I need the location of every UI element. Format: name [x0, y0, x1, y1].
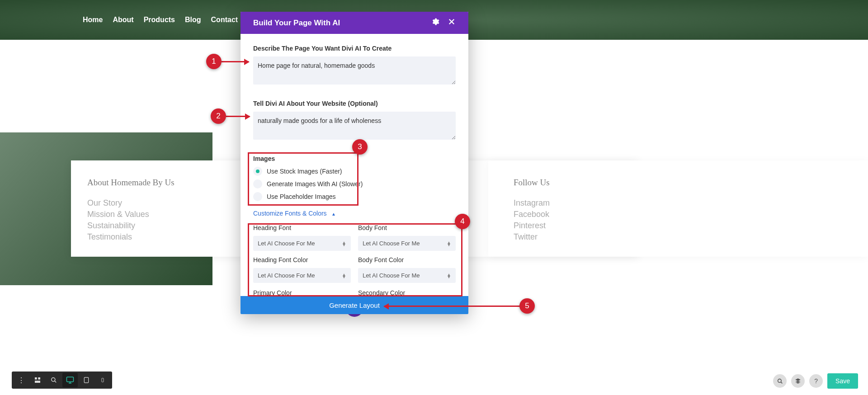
body-font-color-label: Body Font Color: [358, 256, 456, 263]
svg-rect-15: [102, 378, 104, 382]
body-font-label: Body Font: [358, 224, 456, 231]
tell-textarea[interactable]: [253, 112, 456, 140]
select-arrows-icon: ▲▼: [342, 273, 346, 278]
save-button[interactable]: Save: [827, 373, 858, 389]
bottom-right-toolbar: ? Save: [773, 373, 858, 389]
select-arrows-icon: ▲▼: [342, 241, 346, 246]
phone-view-icon[interactable]: [95, 373, 110, 387]
svg-point-16: [778, 379, 781, 382]
body-font-color-select[interactable]: Let AI Choose For Me ▲▼: [358, 268, 456, 283]
annotation-arrow: [384, 306, 520, 307]
divi-bottom-toolbar: ⋮: [12, 371, 112, 389]
describe-textarea[interactable]: [253, 56, 456, 85]
nav-products[interactable]: Products: [144, 16, 175, 24]
nav-about[interactable]: About: [113, 16, 133, 24]
annotation-badge-4: 4: [455, 214, 470, 229]
footer-about-col: About Homemade By Us Our Story Mission &…: [87, 178, 175, 240]
radio-ai-images[interactable]: [253, 179, 262, 188]
customize-fonts-colors-toggle[interactable]: Customize Fonts & Colors: [253, 210, 327, 217]
svg-rect-8: [35, 381, 40, 383]
footer-follow-card: Follow Us Instagram Facebook Pinterest T…: [488, 160, 868, 257]
radio-stock-images[interactable]: [253, 167, 262, 176]
chevron-up-icon: ▲: [331, 212, 336, 216]
annotation-badge-2: 2: [211, 108, 226, 124]
primary-color-label: Primary Color: [253, 289, 351, 296]
radio-label: Use Stock Images (Faster): [267, 168, 342, 175]
svg-line-10: [55, 381, 57, 383]
footer-link[interactable]: Mission & Values: [87, 210, 175, 219]
generate-layout-button[interactable]: Generate Layout: [241, 296, 468, 314]
layers-button-icon[interactable]: [791, 374, 805, 388]
annotation-arrow: [226, 116, 250, 117]
radio-label: Generate Images With AI (Slower): [267, 180, 363, 188]
nav-home[interactable]: Home: [83, 16, 103, 24]
footer-link[interactable]: Twitter: [514, 232, 843, 242]
heading-font-color-label: Heading Font Color: [253, 256, 351, 263]
heading-font-color-select[interactable]: Let AI Choose For Me ▲▼: [253, 268, 351, 283]
tell-label: Tell Divi AI About Your Website (Optiona…: [253, 100, 456, 107]
describe-label: Describe The Page You Want Divi AI To Cr…: [253, 45, 456, 52]
gear-icon[interactable]: [431, 18, 439, 28]
radio-label: Use Placeholder Images: [267, 193, 336, 200]
footer-link[interactable]: Facebook: [514, 210, 843, 219]
modal-body: Describe The Page You Want Divi AI To Cr…: [241, 34, 468, 296]
zoom-icon[interactable]: [46, 373, 61, 387]
footer-link[interactable]: Instagram: [514, 198, 843, 208]
close-icon[interactable]: [448, 18, 456, 28]
svg-rect-14: [84, 377, 88, 383]
modal-header: Build Your Page With AI: [241, 12, 468, 34]
annotation-arrow: [222, 61, 249, 62]
svg-line-17: [781, 382, 782, 383]
search-button-icon[interactable]: [773, 374, 787, 388]
heading-font-label: Heading Font: [253, 224, 351, 231]
annotation-badge-1: 1: [206, 54, 222, 69]
body-font-select[interactable]: Let AI Choose For Me ▲▼: [358, 236, 456, 251]
radio-placeholder-images[interactable]: [253, 192, 262, 201]
ai-build-modal: Build Your Page With AI Describe The Pag…: [241, 12, 468, 314]
select-arrows-icon: ▲▼: [447, 241, 451, 246]
nav-contact[interactable]: Contact: [211, 16, 238, 24]
nav-blog[interactable]: Blog: [185, 16, 201, 24]
footer-link[interactable]: Sustainability: [87, 221, 175, 230]
tablet-view-icon[interactable]: [79, 373, 94, 387]
secondary-color-label: Secondary Color: [358, 289, 456, 296]
footer-follow-heading: Follow Us: [514, 178, 843, 188]
svg-point-9: [52, 378, 55, 381]
images-label: Images: [253, 155, 456, 162]
svg-rect-11: [67, 377, 74, 382]
footer-link[interactable]: Our Story: [87, 198, 175, 208]
annotation-badge-3: 3: [352, 139, 368, 155]
wireframe-view-icon[interactable]: [30, 373, 45, 387]
desktop-view-icon[interactable]: [62, 373, 78, 387]
svg-rect-6: [35, 377, 37, 380]
modal-title: Build Your Page With AI: [253, 19, 340, 28]
footer-about-heading: About Homemade By Us: [87, 178, 175, 188]
menu-icon[interactable]: ⋮: [14, 373, 29, 387]
annotation-badge-5: 5: [519, 298, 535, 314]
help-button-icon[interactable]: ?: [809, 374, 823, 388]
select-arrows-icon: ▲▼: [447, 273, 451, 278]
heading-font-select[interactable]: Let AI Choose For Me ▲▼: [253, 236, 351, 251]
svg-rect-7: [38, 377, 40, 380]
footer-link[interactable]: Pinterest: [514, 221, 843, 230]
footer-link[interactable]: Testimonials: [87, 232, 175, 242]
